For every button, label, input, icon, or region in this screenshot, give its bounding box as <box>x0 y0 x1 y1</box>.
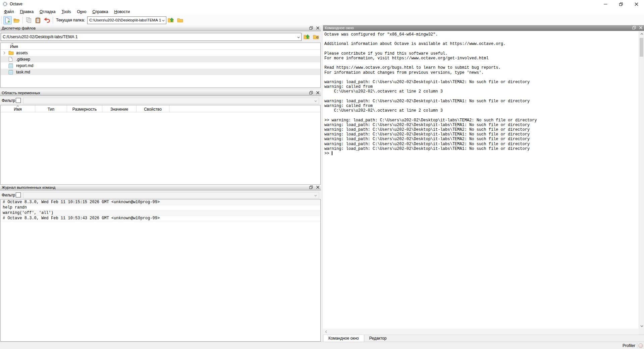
file-row-task[interactable]: task.md <box>1 69 320 75</box>
float-panel-icon[interactable] <box>309 91 313 95</box>
window-controls <box>598 0 644 8</box>
file-browser-panel: Диспетчер файлов C:/Users/u202-02/Deskto… <box>0 25 321 88</box>
history-entry[interactable]: warning('off', 'all') <box>1 211 320 216</box>
scrollbar-thumb[interactable] <box>640 38 643 57</box>
filter-combo[interactable] <box>23 192 319 198</box>
column-header-name[interactable]: Имя <box>1 105 35 112</box>
restore-icon[interactable] <box>613 0 629 8</box>
open-file-button[interactable] <box>12 16 21 24</box>
menu-debug[interactable]: Отладка <box>37 8 58 15</box>
file-row-assets[interactable]: assets <box>1 50 320 56</box>
browse-directory-button[interactable] <box>176 16 184 24</box>
float-panel-icon[interactable] <box>632 26 636 30</box>
window-title: Octave <box>10 2 22 6</box>
toolbar-separator <box>22 17 23 23</box>
folder-icon <box>8 50 14 55</box>
menu-file[interactable]: Файл <box>1 8 17 15</box>
close-panel-icon[interactable] <box>316 185 320 189</box>
notepad-file-icon <box>8 69 14 74</box>
octave-logo-icon <box>2 1 8 7</box>
folder-up-icon <box>168 17 174 23</box>
workspace-header[interactable]: Область переменных <box>0 90 321 96</box>
current-dir-value: C:\Users\u202-02\Desktop\it-labs\ТЕМА 1 <box>89 18 161 22</box>
chevron-down-icon <box>297 37 300 38</box>
status-separator <box>637 343 637 348</box>
file-name: report.md <box>16 63 33 68</box>
file-row-gitkeep[interactable]: .gitkeep <box>1 56 320 62</box>
close-panel-icon[interactable] <box>639 26 643 30</box>
column-header-value[interactable]: Значение <box>102 105 137 112</box>
folder-actions-button[interactable] <box>312 33 320 41</box>
bottom-tab-bar: Командное окно Редактор <box>323 335 644 342</box>
scroll-up-icon[interactable] <box>639 31 644 36</box>
filter-label: Фильтр <box>2 193 15 197</box>
one-directory-up-button[interactable] <box>167 16 175 24</box>
command-window-header[interactable]: Командное окно <box>323 25 644 31</box>
minimize-icon[interactable] <box>598 0 613 8</box>
scroll-left-icon[interactable] <box>324 329 328 334</box>
octave-main-window: Octave Файл Правка Отладка Tools Окно Сп… <box>0 0 644 349</box>
column-header-type[interactable]: Тип <box>35 105 67 112</box>
close-icon[interactable] <box>629 0 644 8</box>
horizontal-scrollbar[interactable] <box>323 329 639 335</box>
file-list: Имя assets .gitkeep report.md tas <box>0 43 321 88</box>
close-panel-icon[interactable] <box>316 26 320 30</box>
file-browser-header[interactable]: Диспетчер файлов <box>0 25 321 31</box>
menu-edit[interactable]: Правка <box>17 8 37 15</box>
file-row-report[interactable]: report.md <box>1 62 320 69</box>
new-script-icon <box>4 17 11 23</box>
undo-button[interactable] <box>43 16 51 24</box>
expand-chevron-icon[interactable] <box>3 51 5 55</box>
filter-combo[interactable] <box>23 98 319 104</box>
vertical-scrollbar[interactable] <box>639 31 644 329</box>
console-area[interactable]: Octave was configured for "x86_64-w64-mi… <box>323 31 639 329</box>
tab-editor[interactable]: Редактор <box>364 335 392 342</box>
folder-icon <box>177 18 183 22</box>
file-browser-path-combo[interactable]: C:/Users/u202-02/Desktop/it-labs/ТЕМА 1 <box>1 33 302 41</box>
new-script-button[interactable] <box>3 16 12 24</box>
folder-gear-icon <box>313 34 320 40</box>
status-bar: Profiler <box>0 342 644 349</box>
toolbar-separator <box>53 17 53 23</box>
titlebar: Octave <box>0 0 644 8</box>
current-dir-label: Текущая папка: <box>56 18 85 22</box>
open-folder-icon <box>13 18 20 23</box>
file-icon <box>8 57 14 62</box>
history-entry[interactable]: help randn <box>1 205 320 211</box>
chevron-down-icon <box>314 195 317 196</box>
float-panel-icon[interactable] <box>309 26 313 30</box>
variables-table: Имя Тип Размерность Значение Свойство <box>0 105 321 185</box>
column-header-dimension[interactable]: Размерность <box>67 105 102 112</box>
console-output: Octave was configured for "x86_64-w64-mi… <box>323 31 639 156</box>
scroll-down-icon[interactable] <box>639 324 644 329</box>
undo-icon <box>44 17 50 23</box>
command-window-panel: Командное окно Octave was configured for… <box>323 25 644 342</box>
menu-tools[interactable]: Tools <box>59 8 74 15</box>
copy-button[interactable] <box>24 16 33 24</box>
filter-checkbox[interactable] <box>16 192 21 197</box>
up-directory-button[interactable] <box>303 33 311 41</box>
file-list-name-column-header[interactable]: Имя <box>1 43 320 50</box>
profiler-label: Profiler <box>623 343 635 348</box>
profiler-status-led-icon[interactable] <box>638 343 643 348</box>
menu-news[interactable]: Новости <box>111 8 133 15</box>
panel-title: Диспетчер файлов <box>2 26 36 30</box>
tab-command-window[interactable]: Командное окно <box>323 335 364 342</box>
history-entry[interactable]: # Octave 8.3.0, Wed Feb 11 10:15:15 2026… <box>1 200 320 205</box>
menu-window[interactable]: Окно <box>74 8 90 15</box>
current-dir-combo[interactable]: C:\Users\u202-02\Desktop\it-labs\ТЕМА 1 <box>87 16 166 24</box>
chevron-down-icon <box>314 100 317 102</box>
column-header-filler <box>169 105 320 112</box>
paste-button[interactable] <box>34 16 42 24</box>
close-panel-icon[interactable] <box>316 91 320 95</box>
file-name: .gitkeep <box>16 57 30 62</box>
toolbar-grip[interactable] <box>1 16 3 24</box>
copy-icon <box>26 17 32 23</box>
menu-help[interactable]: Справка <box>89 8 111 15</box>
filter-checkbox[interactable] <box>16 98 21 103</box>
command-history-header[interactable]: Журнал выполненных команд <box>0 185 321 190</box>
column-header-attribute[interactable]: Свойство <box>137 105 169 112</box>
history-list: # Octave 8.3.0, Wed Feb 11 10:15:15 2026… <box>0 199 321 342</box>
float-panel-icon[interactable] <box>309 185 313 189</box>
history-entry[interactable]: # Octave 8.3.0, Wed Feb 11 10:53:43 2026… <box>1 216 320 221</box>
